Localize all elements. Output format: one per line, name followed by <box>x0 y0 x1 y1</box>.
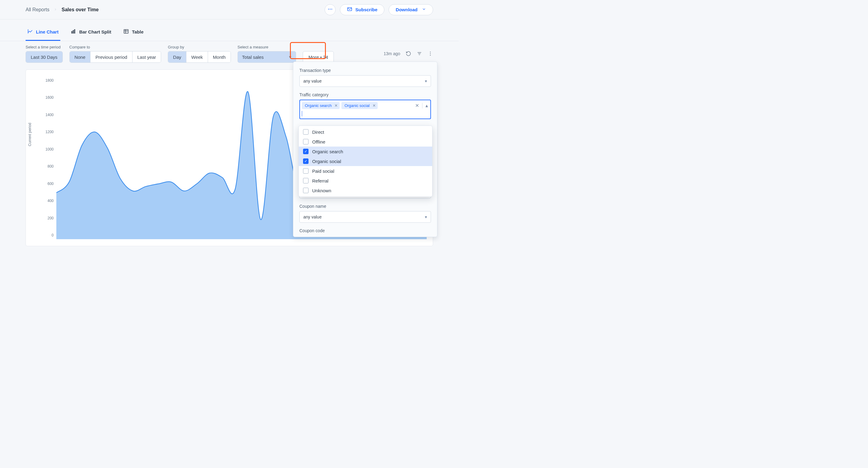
y-tick: 1000 <box>36 147 54 151</box>
y-tick: 400 <box>36 199 54 203</box>
more-filters-button[interactable]: More • 24 <box>303 51 334 63</box>
option-unknown[interactable]: Unknown <box>299 185 432 195</box>
traffic-category-label: Traffic category <box>299 92 431 97</box>
chip-organic-search[interactable]: Organic search ✕ <box>302 102 340 109</box>
y-tick: 200 <box>36 216 54 220</box>
view-tabs: Line Chart Bar Chart Split Table <box>0 21 459 41</box>
svg-point-0 <box>328 9 329 10</box>
tab-table[interactable]: Table <box>122 23 145 41</box>
status-row: 13m ago <box>384 45 433 56</box>
coupon-code-label: Coupon code <box>299 228 431 233</box>
caret-up-icon[interactable]: ▴ <box>426 103 428 109</box>
chevron-down-icon <box>422 7 426 12</box>
mail-icon <box>347 6 352 13</box>
filter-label: Compare to <box>69 45 161 49</box>
filter-more: More • 24 <box>303 45 334 63</box>
coupon-code-group: Coupon code <box>299 228 431 233</box>
option-label: Offline <box>312 139 325 144</box>
option-organic-search[interactable]: ✓Organic search <box>299 147 432 156</box>
filter-label <box>303 45 334 49</box>
svg-point-2 <box>331 9 332 10</box>
option-organic-social[interactable]: ✓Organic social <box>299 156 432 166</box>
coupon-name-label: Coupon name <box>299 204 431 209</box>
svg-point-15 <box>430 55 431 55</box>
time-period-select[interactable]: Last 30 Days <box>26 51 63 63</box>
topbar-actions: Subscribe Download <box>325 4 433 15</box>
groupby-segmented: Day Week Month <box>168 51 230 63</box>
svg-rect-7 <box>124 30 128 33</box>
filter-label: Select a measure <box>238 45 296 49</box>
measure-select[interactable]: Total sales ▾ <box>238 51 296 63</box>
subscribe-label: Subscribe <box>355 7 378 12</box>
svg-rect-6 <box>74 30 75 33</box>
table-icon <box>123 29 129 35</box>
svg-rect-4 <box>71 31 72 33</box>
coupon-name-select[interactable]: any value ▾ <box>299 211 431 223</box>
option-direct[interactable]: Direct <box>299 127 432 137</box>
traffic-category-input[interactable]: Organic search ✕ Organic social ✕ ✕ ▴ <box>299 99 431 119</box>
filter-compare: Compare to None Previous period Last yea… <box>69 45 161 63</box>
bar-chart-icon <box>71 29 76 35</box>
tab-line-chart[interactable]: Line Chart <box>26 23 60 41</box>
svg-point-13 <box>430 52 431 52</box>
tab-label: Line Chart <box>36 29 59 34</box>
measure-value: Total sales <box>242 55 264 60</box>
tab-label: Table <box>132 29 144 34</box>
option-label: Unknown <box>312 188 331 193</box>
option-referral[interactable]: Referral <box>299 176 432 185</box>
filter-label: Select a time period <box>26 45 63 49</box>
clear-all-icon[interactable]: ✕ <box>415 103 419 109</box>
chip-label: Organic social <box>344 103 369 108</box>
chevron-right-icon <box>54 7 57 12</box>
compare-prev[interactable]: Previous period <box>90 52 132 62</box>
checkbox-icon: ✓ <box>303 158 309 164</box>
traffic-category-chips: Organic search ✕ Organic social ✕ <box>302 102 429 109</box>
groupby-week[interactable]: Week <box>186 52 208 62</box>
option-label: Direct <box>312 129 324 135</box>
download-button[interactable]: Download <box>389 4 433 15</box>
filter-icon[interactable] <box>416 51 422 56</box>
y-tick: 1800 <box>36 78 54 83</box>
svg-rect-5 <box>73 30 74 33</box>
svg-point-1 <box>330 9 331 10</box>
coupon-name-value: any value <box>303 214 321 220</box>
breadcrumb-root[interactable]: All Reports <box>26 7 49 12</box>
checkbox-icon: ✓ <box>303 149 309 154</box>
checkbox-icon <box>303 139 309 144</box>
tab-bar-chart[interactable]: Bar Chart Split <box>69 23 113 41</box>
option-label: Paid social <box>312 169 334 174</box>
groupby-day[interactable]: Day <box>168 52 186 62</box>
refresh-icon[interactable] <box>406 51 411 56</box>
breadcrumb-current: Sales over Time <box>62 7 99 12</box>
chip-remove-icon[interactable]: ✕ <box>372 103 376 108</box>
subscribe-button[interactable]: Subscribe <box>340 4 385 15</box>
multiselect-controls: ✕ ▴ <box>415 103 428 109</box>
chip-remove-icon[interactable]: ✕ <box>334 103 338 108</box>
option-offline[interactable]: Offline <box>299 137 432 147</box>
checkbox-icon <box>303 129 309 135</box>
compare-segmented: None Previous period Last year <box>69 51 161 63</box>
option-paid-social[interactable]: Paid social <box>299 166 432 176</box>
transaction-type-select[interactable]: any value ▾ <box>299 75 431 87</box>
breadcrumb: All Reports Sales over Time <box>26 7 99 12</box>
checkbox-icon <box>303 188 309 193</box>
compare-none[interactable]: None <box>70 52 90 62</box>
option-label: Organic social <box>312 159 341 164</box>
traffic-category-options: DirectOffline✓Organic search✓Organic soc… <box>299 125 432 197</box>
more-options-button[interactable] <box>325 4 336 15</box>
option-label: Organic search <box>312 149 343 154</box>
transaction-type-value: any value <box>303 79 321 84</box>
y-tick: 1400 <box>36 113 54 117</box>
more-horizontal-icon <box>328 6 333 13</box>
chip-organic-social[interactable]: Organic social ✕ <box>341 102 377 109</box>
kebab-icon[interactable] <box>428 51 433 56</box>
download-label: Download <box>396 7 417 12</box>
filter-label: Group by <box>168 45 230 49</box>
groupby-month[interactable]: Month <box>208 52 230 62</box>
filters-row: Select a time period Last 30 Days Compar… <box>0 41 459 63</box>
time-period-value: Last 30 Days <box>26 52 62 62</box>
caret-down-icon: ▾ <box>425 214 427 220</box>
y-axis-label: Current period <box>28 123 32 146</box>
y-tick: 1600 <box>36 95 54 99</box>
compare-year[interactable]: Last year <box>132 52 161 62</box>
